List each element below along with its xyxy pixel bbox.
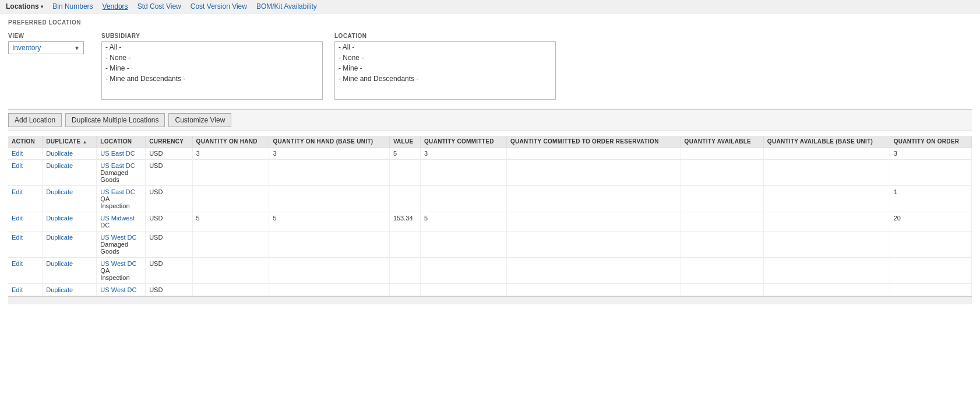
subsidiary-item-none[interactable]: - None -: [102, 52, 322, 63]
location-listbox[interactable]: - All - - None - - Mine - - Mine and Des…: [334, 41, 556, 100]
cell-qty-committed-order: [507, 212, 681, 231]
inventory-table: ACTION DUPLICATE ▲ LOCATION CURRENCY QUA…: [8, 136, 972, 296]
cell-value: [389, 258, 420, 284]
cell-qty-on-hand: 3: [192, 148, 269, 160]
customize-view-button[interactable]: Customize View: [168, 113, 231, 127]
subsidiary-listbox[interactable]: - All - - None - - Mine - - Mine and Des…: [101, 41, 323, 100]
top-nav: Locations • Bin Numbers Vendors Std Cost…: [0, 0, 980, 13]
location-link[interactable]: US Midwest: [100, 215, 135, 222]
duplicate-link[interactable]: Duplicate: [46, 234, 73, 241]
cell-qty-available-base: [763, 186, 890, 212]
location-link[interactable]: US West DC: [100, 260, 136, 267]
horizontal-scrollbar[interactable]: [8, 296, 972, 304]
table-row: Edit Duplicate US West DC USD: [8, 284, 972, 296]
col-value: VALUE: [389, 136, 420, 148]
cell-value: [389, 186, 420, 212]
duplicate-link[interactable]: Duplicate: [46, 286, 73, 293]
table-row: Edit Duplicate US West DCDamagedGoods US…: [8, 231, 972, 258]
location-group: LOCATION - All - - None - - Mine - - Min…: [334, 33, 556, 100]
cell-qty-on-order: 3: [890, 148, 971, 160]
cell-value: 5: [389, 148, 420, 160]
cell-qty-available-base: [763, 231, 890, 258]
nav-bin-numbers[interactable]: Bin Numbers: [52, 2, 93, 10]
location-item-mine[interactable]: - Mine -: [335, 63, 555, 73]
location-item-mine-descendants[interactable]: - Mine and Descendants -: [335, 73, 555, 84]
location-link[interactable]: US East DC: [100, 162, 135, 169]
cell-qty-committed: [421, 284, 507, 296]
cell-action: Edit: [8, 148, 43, 160]
col-duplicate[interactable]: DUPLICATE ▲: [43, 136, 97, 148]
edit-link[interactable]: Edit: [12, 260, 23, 267]
duplicate-link[interactable]: Duplicate: [46, 188, 73, 195]
view-select[interactable]: Inventory ▼: [8, 41, 84, 54]
cell-qty-committed-order: [507, 284, 681, 296]
edit-link[interactable]: Edit: [12, 188, 23, 195]
cell-qty-on-hand-base: 3: [269, 148, 389, 160]
location-link[interactable]: US East DC: [100, 188, 135, 195]
cell-qty-committed: [421, 258, 507, 284]
cell-qty-committed-order: [507, 258, 681, 284]
edit-link[interactable]: Edit: [12, 162, 23, 169]
duplicate-multiple-button[interactable]: Duplicate Multiple Locations: [65, 113, 165, 127]
cell-currency: USD: [146, 231, 192, 258]
nav-locations[interactable]: Locations •: [6, 2, 43, 10]
subsidiary-item-all[interactable]: - All -: [102, 42, 322, 52]
edit-link[interactable]: Edit: [12, 150, 23, 157]
cell-qty-committed-order: [507, 148, 681, 160]
cell-location: US West DC: [97, 284, 146, 296]
cell-location: US East DCQAInspection: [97, 186, 146, 212]
edit-link[interactable]: Edit: [12, 215, 23, 222]
cell-qty-on-order: [890, 160, 971, 186]
cell-location: US West DCDamagedGoods: [97, 231, 146, 258]
cell-location: US East DC: [97, 148, 146, 160]
col-qty-available-base: QUANTITY AVAILABLE (BASE UNIT): [763, 136, 890, 148]
location-link[interactable]: US West DC: [100, 234, 136, 241]
cell-duplicate: Duplicate: [43, 186, 97, 212]
cell-qty-on-hand-base: [269, 258, 389, 284]
preferred-location-label: PREFERRED LOCATION: [8, 19, 972, 26]
col-qty-on-hand: QUANTITY ON HAND: [192, 136, 269, 148]
duplicate-link[interactable]: Duplicate: [46, 162, 73, 169]
main-content: PREFERRED LOCATION VIEW Inventory ▼ SUBS…: [0, 13, 980, 310]
col-location: LOCATION: [97, 136, 146, 148]
cell-qty-on-hand: [192, 186, 269, 212]
cell-duplicate: Duplicate: [43, 160, 97, 186]
cell-qty-committed: 3: [421, 148, 507, 160]
cell-qty-on-hand: [192, 284, 269, 296]
cell-qty-available-base: [763, 284, 890, 296]
col-qty-on-order: QUANTITY ON ORDER: [890, 136, 971, 148]
edit-link[interactable]: Edit: [12, 286, 23, 293]
cell-value: 153.34: [389, 212, 420, 231]
cell-qty-on-hand: [192, 258, 269, 284]
cell-action: Edit: [8, 258, 43, 284]
nav-std-cost-view[interactable]: Std Cost View: [138, 2, 181, 10]
view-label: VIEW: [8, 33, 84, 39]
add-location-button[interactable]: Add Location: [8, 113, 62, 127]
subsidiary-group: SUBSIDIARY - All - - None - - Mine - - M…: [101, 33, 323, 100]
cell-qty-available: [681, 212, 763, 231]
cell-value: [389, 284, 420, 296]
nav-cost-version-view[interactable]: Cost Version View: [191, 2, 247, 10]
cell-qty-on-hand-base: [269, 186, 389, 212]
duplicate-link[interactable]: Duplicate: [46, 260, 73, 267]
nav-vendors[interactable]: Vendors: [103, 2, 128, 10]
cell-action: Edit: [8, 186, 43, 212]
duplicate-link[interactable]: Duplicate: [46, 150, 73, 157]
location-item-none[interactable]: - None -: [335, 52, 555, 63]
location-link[interactable]: US West DC: [100, 286, 136, 293]
subsidiary-item-mine[interactable]: - Mine -: [102, 63, 322, 73]
table-row: Edit Duplicate US West DCQAInspection US…: [8, 258, 972, 284]
location-item-all[interactable]: - All -: [335, 42, 555, 52]
cell-qty-on-hand-base: 5: [269, 212, 389, 231]
cell-location: US West DCQAInspection: [97, 258, 146, 284]
cell-action: Edit: [8, 231, 43, 258]
location-link[interactable]: US East DC: [100, 150, 135, 157]
subsidiary-item-mine-descendants[interactable]: - Mine and Descendants -: [102, 73, 322, 84]
location-label: LOCATION: [334, 33, 556, 39]
cell-qty-on-hand: [192, 231, 269, 258]
edit-link[interactable]: Edit: [12, 234, 23, 241]
cell-currency: USD: [146, 160, 192, 186]
duplicate-link[interactable]: Duplicate: [46, 215, 73, 222]
col-currency: CURRENCY: [146, 136, 192, 148]
nav-bom-kit[interactable]: BOM/Kit Availability: [256, 2, 317, 10]
